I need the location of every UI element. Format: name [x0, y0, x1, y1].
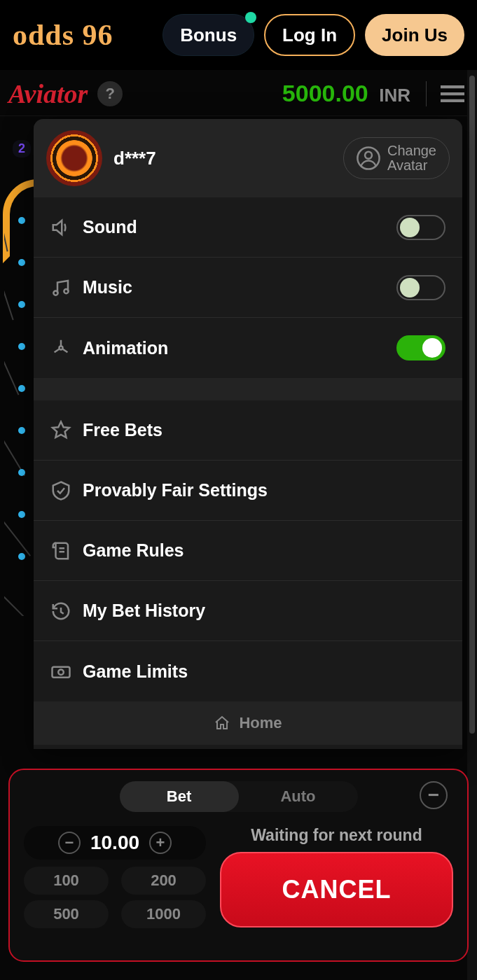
quick-amounts: 100 200 500 1000: [24, 867, 206, 928]
music-icon: [50, 277, 71, 298]
home-icon: [214, 715, 230, 732]
music-row: Music: [34, 258, 462, 318]
game-limits-label: Game Limits: [83, 662, 188, 682]
quick-500[interactable]: 500: [24, 900, 109, 928]
quick-200[interactable]: 200: [121, 867, 206, 895]
animation-row: Animation: [34, 318, 462, 378]
game-header: Aviator ? 5000.00 INR: [0, 70, 477, 116]
bet-amount-controls: − 10.00 + 100 200 500 1000: [24, 826, 206, 928]
change-avatar-button[interactable]: Change Avatar: [343, 137, 450, 179]
game-title: Aviator: [8, 78, 88, 109]
decrease-button[interactable]: −: [58, 832, 81, 854]
svg-rect-8: [53, 667, 70, 678]
person-icon: [357, 146, 380, 170]
scrollbar[interactable]: [467, 70, 477, 980]
bet-tabs: Bet Auto: [120, 781, 358, 812]
svg-point-5: [53, 290, 57, 295]
history-chips: 2: [13, 140, 31, 158]
bonus-button[interactable]: Bonus: [163, 14, 254, 56]
change-avatar-line2: Avatar: [387, 158, 436, 173]
amount-stepper: − 10.00 +: [24, 826, 206, 860]
free-bets-label: Free Bets: [83, 420, 163, 440]
free-bets-item[interactable]: Free Bets: [34, 400, 462, 461]
cash-icon: [50, 661, 71, 682]
site-topbar: odds 96 Bonus Log In Join Us: [0, 0, 477, 70]
bet-tab[interactable]: Bet: [120, 781, 239, 812]
shield-icon: [50, 480, 71, 501]
settings-section: Sound Music Animation: [34, 197, 462, 378]
star-icon: [50, 420, 71, 441]
quick-100[interactable]: 100: [24, 867, 109, 895]
bet-panel: Bet Auto − − 10.00 + 100 200 500 1000 Wa…: [8, 769, 469, 962]
help-icon[interactable]: ?: [97, 81, 123, 106]
game-rules-label: Game Rules: [83, 540, 184, 561]
home-button[interactable]: Home: [34, 701, 462, 745]
game-limits-item[interactable]: Game Limits: [34, 641, 462, 701]
music-toggle[interactable]: [396, 275, 445, 300]
bet-amount: 10.00: [90, 832, 139, 854]
overlay-header: d***7 Change Avatar: [34, 119, 462, 197]
sound-label: Sound: [83, 217, 137, 237]
provably-fair-label: Provably Fair Settings: [83, 480, 268, 500]
provably-fair-item[interactable]: Provably Fair Settings: [34, 461, 462, 521]
svg-point-4: [365, 152, 372, 159]
sound-icon: [50, 217, 71, 238]
hamburger-icon: [441, 85, 464, 103]
avatar: [46, 130, 102, 186]
animation-label: Animation: [83, 338, 168, 358]
animation-icon: [50, 337, 71, 358]
history-chip: 2: [13, 140, 31, 158]
increase-button[interactable]: +: [149, 832, 172, 854]
game-rules-item[interactable]: Game Rules: [34, 521, 462, 581]
menu-section: Free Bets Provably Fair Settings Game Ru…: [34, 400, 462, 701]
sound-row: Sound: [34, 197, 462, 258]
change-avatar-line1: Change: [387, 144, 436, 158]
bet-history-item[interactable]: My Bet History: [34, 581, 462, 641]
menu-overlay: d***7 Change Avatar Sound Music: [34, 119, 462, 749]
waiting-text: Waiting for next round: [251, 826, 422, 845]
svg-point-9: [58, 670, 64, 676]
auto-tab[interactable]: Auto: [239, 781, 358, 812]
bet-action: Waiting for next round CANCEL: [220, 826, 453, 927]
balance-amount: 5000.00: [282, 80, 368, 106]
scrollbar-thumb[interactable]: [469, 76, 475, 734]
animation-toggle[interactable]: [396, 335, 445, 360]
bet-history-label: My Bet History: [83, 601, 205, 621]
history-icon: [50, 601, 71, 622]
home-label: Home: [239, 714, 282, 732]
background-dots: [18, 217, 25, 560]
join-button[interactable]: Join Us: [365, 14, 464, 56]
music-label: Music: [83, 277, 132, 298]
site-logo: odds 96: [13, 18, 153, 52]
balance-value: 5000.00 INR: [282, 80, 410, 107]
svg-point-6: [64, 288, 68, 293]
login-button[interactable]: Log In: [264, 14, 355, 56]
username: d***7: [113, 148, 156, 169]
scroll-icon: [50, 540, 71, 561]
sound-toggle[interactable]: [396, 215, 445, 240]
hamburger-menu-button[interactable]: [426, 81, 464, 106]
quick-1000[interactable]: 1000: [121, 900, 206, 928]
section-divider: [34, 378, 462, 400]
collapse-button[interactable]: −: [420, 781, 448, 809]
balance-currency: INR: [379, 85, 410, 106]
cancel-button[interactable]: CANCEL: [220, 852, 453, 927]
game-area: Aviator ? 5000.00 INR 2 d***7: [0, 70, 477, 980]
